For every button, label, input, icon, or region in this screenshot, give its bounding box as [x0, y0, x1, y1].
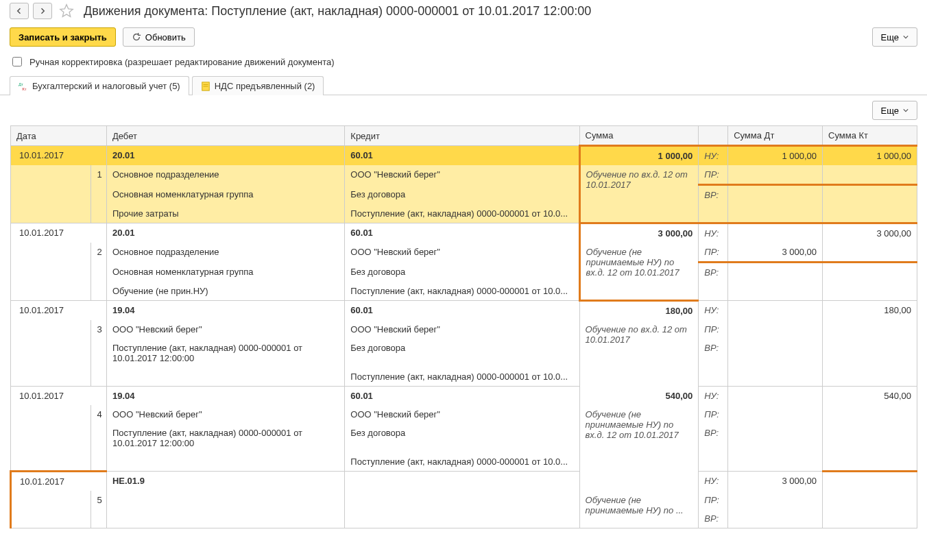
col-sum: Сумма [579, 126, 699, 146]
posting-subrow: Прочие затраты Поступление (акт, накладн… [11, 204, 917, 223]
posting-row[interactable]: 10.01.2017 20.01 60.01 1 000,00 НУ: 1 00… [11, 146, 917, 166]
posting-subrow: Поступление (акт, накладная) 0000-000001… [11, 367, 917, 387]
posting-subrow: Обучение (не прин.НУ) Поступление (акт, … [11, 282, 917, 301]
star-icon[interactable] [59, 3, 74, 19]
posting-row[interactable]: 10.01.2017 НЕ.01.9 НУ: 3 000,00 [11, 472, 917, 491]
posting-subrow: 2 Основное подразделение ООО "Невский бе… [11, 243, 917, 263]
posting-subrow: ВР: [11, 509, 917, 528]
tab-accounting[interactable]: ДтКт Бухгалтерский и налоговый учет (5) [10, 76, 189, 95]
refresh-button[interactable]: Обновить [123, 27, 195, 47]
postings-table[interactable]: Дата Дебет Кредит Сумма Сумма Дт Сумма К… [10, 125, 917, 528]
col-debit: Дебет [106, 126, 344, 146]
posting-subrow: 3 ООО "Невский берег" ООО "Невский берег… [11, 320, 917, 339]
chevron-down-icon [903, 34, 908, 40]
col-sum-dt: Сумма Дт [728, 126, 823, 146]
svg-text:Дт: Дт [19, 82, 23, 86]
doc-icon [201, 82, 210, 91]
svg-text:Кт: Кт [22, 86, 27, 91]
table-more-button[interactable]: Еще [872, 101, 917, 120]
save-close-button[interactable]: Записать и закрыть [10, 27, 116, 47]
forward-button[interactable] [33, 3, 52, 19]
posting-subrow: 5 Обучение (не принимаемые НУ) по ... ПР… [11, 491, 917, 509]
posting-row[interactable]: 10.01.2017 19.04 60.01 180,00 НУ: 180,00 [11, 301, 917, 321]
posting-subrow: Основная номенклатурная группа Без догов… [11, 185, 917, 205]
col-sum-kt: Сумма Кт [823, 126, 917, 146]
manual-edit-checkbox[interactable] [12, 57, 22, 66]
posting-subrow: Поступление (акт, накладная) 0000-000001… [11, 424, 917, 452]
posting-row[interactable]: 10.01.2017 19.04 60.01 540,00 НУ: 540,00 [11, 387, 917, 406]
col-date: Дата [11, 126, 107, 146]
posting-subrow: Основная номенклатурная группа Без догов… [11, 263, 917, 282]
posting-subrow: 1 Основное подразделение ООО "Невский бе… [11, 165, 917, 185]
dt-kt-icon: ДтКт [19, 82, 28, 91]
posting-subrow: Поступление (акт, накладная) 0000-000001… [11, 339, 917, 367]
posting-row[interactable]: 10.01.2017 20.01 60.01 3 000,00 НУ: 3 00… [11, 223, 917, 243]
col-credit: Кредит [345, 126, 579, 146]
page-title: Движения документа: Поступление (акт, на… [84, 4, 591, 19]
posting-subrow: 4 ООО "Невский берег" ООО "Невский берег… [11, 405, 917, 424]
tab-vat[interactable]: НДС предъявленный (2) [192, 76, 324, 95]
chevron-down-icon [903, 108, 908, 113]
posting-subrow: Поступление (акт, накладная) 0000-000001… [11, 452, 917, 472]
back-button[interactable] [10, 3, 29, 19]
manual-edit-label: Ручная корректировка (разрешает редактир… [29, 57, 335, 67]
more-button[interactable]: Еще [872, 27, 917, 47]
refresh-icon [132, 32, 141, 42]
